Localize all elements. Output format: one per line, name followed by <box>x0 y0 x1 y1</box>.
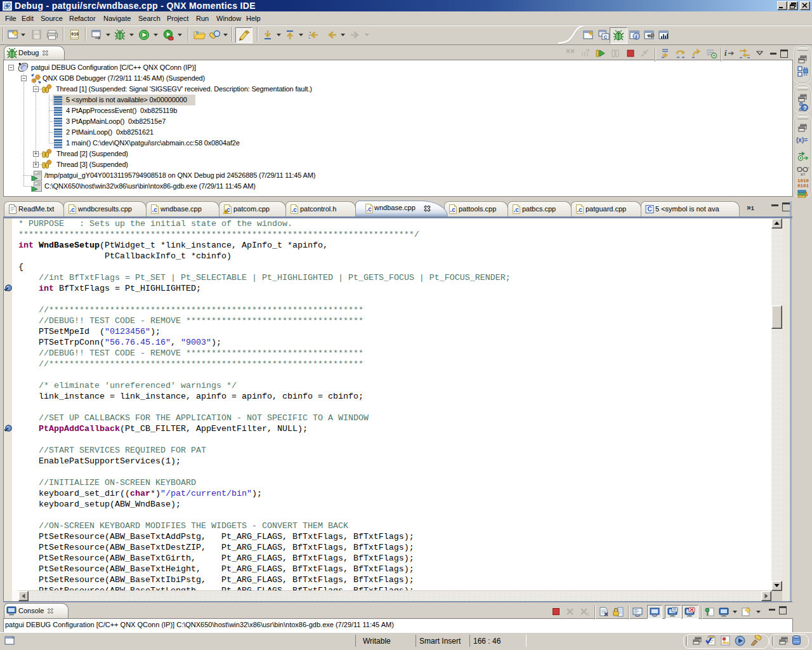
svg-text:*: * <box>12 635 15 642</box>
svg-text:i: i <box>724 49 727 58</box>
svg-text:?: ? <box>803 105 806 111</box>
svg-text:010: 010 <box>71 32 79 37</box>
svg-text:C: C <box>604 34 608 40</box>
svg-text:x=: x= <box>801 172 806 176</box>
